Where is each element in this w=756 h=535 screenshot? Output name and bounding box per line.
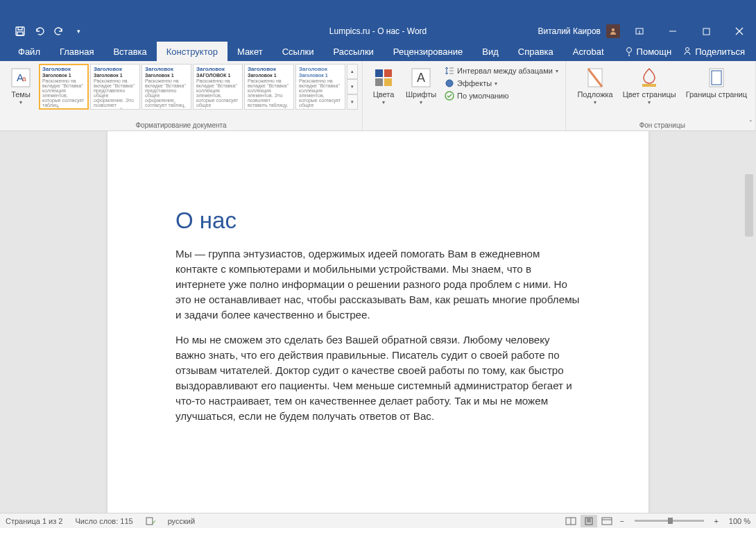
tab-layout[interactable]: Макет xyxy=(227,42,273,61)
tab-mailings[interactable]: Рассылки xyxy=(323,42,383,61)
svg-rect-20 xyxy=(642,84,656,87)
group-label-page-bg: Фон страницы xyxy=(639,120,685,129)
zoom-level[interactable]: 100 % xyxy=(723,517,750,525)
gallery-scroll: ▴ ▾ ▾ xyxy=(347,64,358,110)
tab-insert[interactable]: Вставка xyxy=(103,42,156,61)
watermark-button[interactable]: Подложка▾ xyxy=(573,64,617,108)
style-gallery: ЗаголовокЗаголовок 1Раскоженно на вкладк… xyxy=(39,64,358,110)
default-label: По умолчанию xyxy=(457,92,508,100)
page-borders-button[interactable]: Границы страниц xyxy=(682,64,751,102)
group-label-formatting: Форматирование документа xyxy=(135,120,226,129)
effects-label: Эффекты xyxy=(457,79,492,87)
document-area: О нас Мы — группа энтузиастов, одержимых… xyxy=(0,131,756,513)
colors-icon xyxy=(372,67,395,89)
svg-point-5 xyxy=(626,48,631,53)
page-color-label: Цвет страницы xyxy=(623,90,676,99)
doc-paragraph[interactable]: Но мы не сможем это сделать без Вашей об… xyxy=(175,332,581,424)
save-button[interactable] xyxy=(12,24,28,39)
share-label: Поделиться xyxy=(695,46,745,57)
spacing-label: Интервал между абзацами xyxy=(457,67,553,75)
svg-rect-13 xyxy=(375,78,383,86)
zoom-slider-thumb[interactable] xyxy=(668,518,673,524)
read-mode-button[interactable] xyxy=(562,515,579,527)
svg-point-17 xyxy=(446,80,453,87)
titlebar: ▾ Lumpics.ru - О нас - Word Виталий Каир… xyxy=(0,21,756,42)
window-title: Lumpics.ru - О нас - Word xyxy=(329,26,427,36)
tab-view[interactable]: Вид xyxy=(472,42,508,61)
themes-button[interactable]: Aa Темы ▾ xyxy=(4,64,37,108)
web-layout-button[interactable] xyxy=(599,515,615,527)
ribbon-tabs: Файл Главная Вставка Конструктор Макет С… xyxy=(0,42,756,61)
colors-button[interactable]: Цвета▾ xyxy=(367,64,400,108)
tell-me-label: Помощн xyxy=(637,46,672,57)
style-gallery-item[interactable]: ЗаголовокЗаголовок 1Раскоженно на вкладк… xyxy=(90,64,140,110)
svg-rect-1 xyxy=(17,32,23,35)
ribbon: Aa Темы ▾ ЗаголовокЗаголовок 1Раскоженно… xyxy=(0,61,756,131)
fonts-label: Шрифты xyxy=(406,90,436,99)
language-status[interactable]: русский xyxy=(168,517,195,525)
zoom-out-button[interactable]: − xyxy=(617,517,628,525)
undo-button[interactable] xyxy=(32,24,47,39)
tab-acrobat[interactable]: Acrobat xyxy=(563,42,614,61)
vertical-scrollbar[interactable] xyxy=(745,173,755,464)
tab-review[interactable]: Рецензирование xyxy=(384,42,472,61)
watermark-icon xyxy=(584,67,606,89)
themes-label: Темы xyxy=(11,90,31,99)
gallery-up-button[interactable]: ▴ xyxy=(347,64,358,79)
page-color-button[interactable]: Цвет страницы▾ xyxy=(619,64,680,108)
share-button[interactable]: Поделиться xyxy=(682,46,745,57)
svg-rect-11 xyxy=(375,69,383,77)
colors-label: Цвета xyxy=(373,90,395,99)
fonts-button[interactable]: A Шрифты▾ xyxy=(402,64,440,108)
svg-rect-14 xyxy=(384,78,392,86)
svg-text:A: A xyxy=(417,71,425,85)
doc-heading[interactable]: О нас xyxy=(175,207,581,234)
themes-icon: Aa xyxy=(10,67,32,89)
gallery-down-button[interactable]: ▾ xyxy=(347,79,358,94)
ribbon-display-options[interactable] xyxy=(626,22,653,41)
style-gallery-item[interactable]: ЗаголовокЗаголовок 1Раскоженно на вкладк… xyxy=(193,64,243,110)
scrollbar-thumb[interactable] xyxy=(745,174,753,237)
tab-design[interactable]: Конструктор xyxy=(157,42,227,61)
chevron-down-icon: ▾ xyxy=(19,99,22,105)
user-avatar[interactable] xyxy=(606,24,620,38)
quick-access-toolbar: ▾ xyxy=(0,24,86,39)
style-gallery-item[interactable]: ЗаголовокЗаголовок 1Раскоженно на вкладк… xyxy=(244,64,294,110)
word-count[interactable]: Число слов: 115 xyxy=(75,517,132,525)
style-gallery-item[interactable]: ЗаголовокЗаголовок 1Раскоженно на вкладк… xyxy=(39,64,89,110)
user-name[interactable]: Виталий Каиров xyxy=(538,26,601,36)
maximize-button[interactable] xyxy=(692,22,720,41)
tab-references[interactable]: Ссылки xyxy=(273,42,324,61)
page-borders-icon xyxy=(705,67,728,89)
svg-point-7 xyxy=(686,48,689,51)
page[interactable]: О нас Мы — группа энтузиастов, одержимых… xyxy=(108,131,648,513)
tab-home[interactable]: Главная xyxy=(50,42,103,61)
style-gallery-item[interactable]: ЗаголовокЗаголовок 1Раскоженно на вкладк… xyxy=(141,64,191,110)
collapse-ribbon-button[interactable]: ˆ xyxy=(750,120,752,128)
close-button[interactable] xyxy=(725,22,753,41)
style-gallery-item[interactable]: ЗаголовокЗаголовок 1Раскоженно на вкладк… xyxy=(295,64,345,110)
statusbar: Страница 1 из 2 Число слов: 115 русский … xyxy=(0,513,756,528)
watermark-label: Подложка xyxy=(577,90,612,99)
tell-me-button[interactable]: Помощн xyxy=(624,46,672,57)
minimize-button[interactable] xyxy=(659,22,687,41)
zoom-slider[interactable] xyxy=(635,520,704,522)
tab-file[interactable]: Файл xyxy=(8,42,50,61)
zoom-in-button[interactable]: + xyxy=(711,517,722,525)
svg-rect-23 xyxy=(146,518,153,525)
page-borders-label: Границы страниц xyxy=(686,90,747,99)
print-layout-button[interactable] xyxy=(581,515,597,527)
spellcheck-status[interactable] xyxy=(146,517,155,525)
redo-button[interactable] xyxy=(51,24,67,39)
paragraph-spacing-button[interactable]: Интервал между абзацами ▾ xyxy=(442,65,561,76)
qat-customize[interactable]: ▾ xyxy=(71,24,86,39)
page-count[interactable]: Страница 1 из 2 xyxy=(6,517,62,525)
set-default-button[interactable]: По умолчанию xyxy=(442,90,561,101)
svg-point-6 xyxy=(628,55,629,56)
gallery-more-button[interactable]: ▾ xyxy=(347,94,358,110)
doc-paragraph[interactable]: Мы — группа энтузиастов, одержимых идеей… xyxy=(175,246,581,323)
page-color-icon xyxy=(638,67,660,89)
svg-rect-12 xyxy=(384,69,392,77)
tab-help[interactable]: Справка xyxy=(508,42,563,61)
effects-button[interactable]: Эффекты ▾ xyxy=(442,78,561,89)
